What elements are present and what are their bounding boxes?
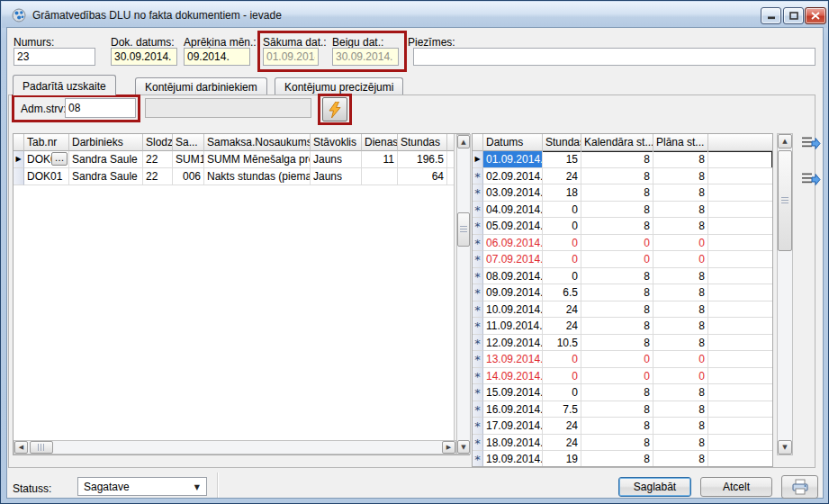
table-row[interactable]: *05.09.2014.088 xyxy=(473,218,772,235)
cell[interactable]: Sandra Saule xyxy=(69,151,143,168)
cell[interactable]: 0 xyxy=(653,351,708,368)
copy-rows-button-2[interactable] xyxy=(801,172,824,192)
table-row[interactable]: *11.09.2014.2488 xyxy=(473,318,772,335)
save-button[interactable]: Saglabāt xyxy=(618,477,691,497)
piezimes-input[interactable] xyxy=(413,48,815,66)
scroll-down-button[interactable]: ▼ xyxy=(778,440,792,454)
table-row[interactable]: *14.09.2014.000 xyxy=(473,368,772,385)
cell[interactable]: 8 xyxy=(581,168,653,185)
table-row[interactable]: *18.09.2014.2488 xyxy=(473,435,772,452)
cell[interactable]: 11.09.2014. xyxy=(483,318,543,335)
column-header[interactable]: Plāna st... xyxy=(653,134,708,151)
table-row[interactable]: *04.09.2014.088 xyxy=(473,202,772,219)
row-marker[interactable]: * xyxy=(473,268,483,285)
table-row[interactable]: *07.09.2014.000 xyxy=(473,251,772,268)
cell[interactable]: 01.09.2014. xyxy=(483,151,543,168)
cell[interactable]: 8 xyxy=(581,151,653,168)
cell[interactable]: Jauns xyxy=(311,168,362,185)
cell[interactable]: 7.5 xyxy=(543,401,581,418)
cell[interactable]: 07.09.2014. xyxy=(483,251,543,268)
column-header[interactable]: Sa... xyxy=(173,134,204,151)
scroll-right-button[interactable]: ▶ xyxy=(442,441,455,454)
row-marker[interactable]: * xyxy=(473,184,483,202)
cell[interactable]: 8 xyxy=(653,202,708,219)
table-row[interactable]: *19.09.2014.1988 xyxy=(473,451,772,466)
cell[interactable]: 16.09.2014. xyxy=(483,401,543,418)
row-marker[interactable]: * xyxy=(473,218,483,235)
dok-datums-input[interactable] xyxy=(111,48,177,66)
row-marker[interactable]: * xyxy=(473,351,483,368)
table-row[interactable]: *13.09.2014.000 xyxy=(473,351,772,368)
maximize-button[interactable] xyxy=(783,7,804,24)
cell[interactable]: 09.09.2014. xyxy=(483,284,543,302)
adm-strv-input[interactable] xyxy=(65,98,136,118)
print-button[interactable] xyxy=(781,475,818,499)
column-header[interactable]: Tab.nr xyxy=(24,134,69,151)
minimize-button[interactable] xyxy=(761,7,781,24)
cell[interactable]: 8 xyxy=(581,268,653,285)
cell[interactable]: 8 xyxy=(581,284,653,302)
cell[interactable]: 0 xyxy=(653,235,708,252)
cell[interactable]: 8 xyxy=(653,284,708,302)
cell[interactable]: 8 xyxy=(653,218,708,235)
close-button[interactable] xyxy=(805,7,826,24)
row-marker[interactable]: * xyxy=(473,202,483,219)
table-row[interactable]: *17.09.2014.2488 xyxy=(473,418,772,435)
row-marker[interactable]: ▶ xyxy=(14,151,24,168)
row-marker[interactable]: * xyxy=(473,401,483,418)
cell[interactable]: 0 xyxy=(543,368,581,385)
days-grid-vscrollbar[interactable]: ▲ ▼ xyxy=(777,133,793,455)
cell[interactable]: 06.09.2014. xyxy=(483,235,543,252)
cell[interactable]: 24 xyxy=(543,318,581,335)
cell[interactable]: 0 xyxy=(543,268,581,285)
cell[interactable]: 8 xyxy=(581,318,653,335)
cell[interactable]: 0 xyxy=(543,235,581,252)
cell[interactable]: 196.5 xyxy=(398,151,447,168)
scroll-up-button[interactable]: ▲ xyxy=(457,135,470,148)
cell[interactable]: 8 xyxy=(581,384,653,401)
cell[interactable]: 8 xyxy=(653,268,708,285)
cell[interactable]: 0 xyxy=(543,384,581,401)
cell[interactable]: 8 xyxy=(581,218,653,235)
cell[interactable]: 8 xyxy=(653,302,708,319)
table-row[interactable]: *15.09.2014.088 xyxy=(473,384,772,401)
cell[interactable]: SUMM Mēnešalga pro... xyxy=(204,151,311,168)
cell[interactable]: DOK01 xyxy=(24,168,69,185)
row-marker[interactable]: * xyxy=(473,318,483,335)
table-row[interactable]: *03.09.2014.1888 xyxy=(473,184,772,202)
cell[interactable]: 8 xyxy=(581,202,653,219)
row-marker[interactable]: * xyxy=(473,368,483,385)
vscroll-thumb[interactable] xyxy=(778,150,792,251)
row-marker[interactable]: * xyxy=(473,168,483,185)
tab-padarita-uzskaite[interactable]: Padarītā uzskaite xyxy=(13,75,116,95)
column-header[interactable]: Stundas xyxy=(398,134,447,151)
cell[interactable]: 15.09.2014. xyxy=(483,384,543,401)
cell[interactable]: 8 xyxy=(653,451,708,466)
cell[interactable]: 8 xyxy=(653,335,708,352)
cell[interactable]: 22 xyxy=(143,151,173,168)
tab-kontejumi-darbiniekiem[interactable]: Kontējumi darbiniekiem xyxy=(135,77,267,95)
beigu-dat-input[interactable] xyxy=(332,48,399,66)
table-row[interactable]: *12.09.2014.10.588 xyxy=(473,335,772,352)
numurs-input[interactable] xyxy=(14,48,95,66)
cell[interactable]: 8 xyxy=(581,451,653,466)
cell[interactable]: 18.09.2014. xyxy=(483,435,543,452)
cancel-button[interactable]: Atcelt xyxy=(700,477,772,497)
calculate-button[interactable] xyxy=(322,97,347,122)
cell[interactable]: 8 xyxy=(653,418,708,435)
vscroll-thumb[interactable] xyxy=(457,212,470,247)
cell[interactable]: 0 xyxy=(543,202,581,219)
cell[interactable]: 64 xyxy=(398,168,447,185)
column-header[interactable]: Stāvoklis xyxy=(311,134,362,151)
cell[interactable]: 0 xyxy=(581,251,653,268)
cell[interactable]: 19 xyxy=(543,451,581,466)
cell[interactable]: 0 xyxy=(543,351,581,368)
cell[interactable]: 08.09.2014. xyxy=(483,268,543,285)
cell[interactable]: 0 xyxy=(543,218,581,235)
cell[interactable]: 22 xyxy=(143,168,173,185)
cell[interactable]: 14.09.2014. xyxy=(483,368,543,385)
cell[interactable]: 8 xyxy=(653,435,708,452)
table-row[interactable]: *08.09.2014.088 xyxy=(473,268,772,285)
cell[interactable]: 8 xyxy=(653,401,708,418)
column-header[interactable]: Datums xyxy=(483,134,543,151)
